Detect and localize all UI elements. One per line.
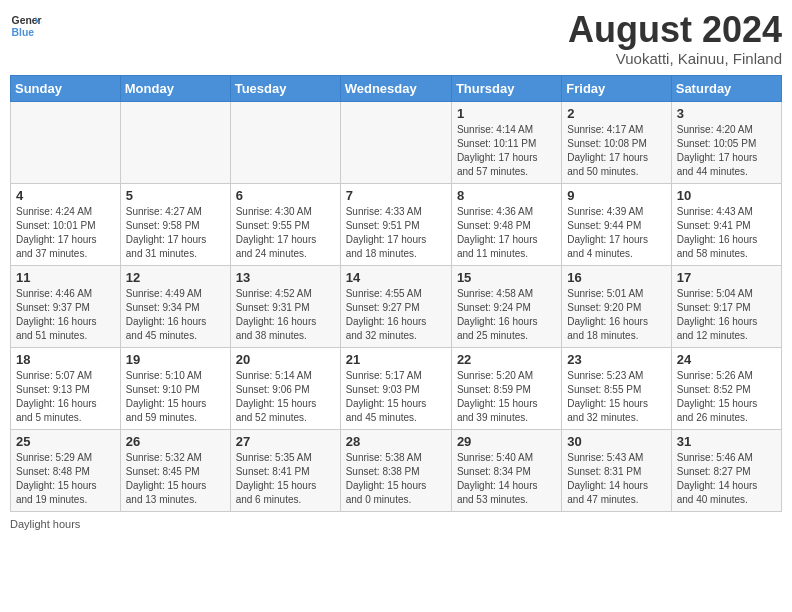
day-info: Sunrise: 5:26 AMSunset: 8:52 PMDaylight:… <box>677 369 776 425</box>
table-row: 21Sunrise: 5:17 AMSunset: 9:03 PMDayligh… <box>340 347 451 429</box>
day-number: 14 <box>346 270 446 285</box>
week-row-5: 25Sunrise: 5:29 AMSunset: 8:48 PMDayligh… <box>11 429 782 511</box>
table-row <box>11 101 121 183</box>
day-info: Sunrise: 4:36 AMSunset: 9:48 PMDaylight:… <box>457 205 556 261</box>
day-number: 29 <box>457 434 556 449</box>
day-number: 17 <box>677 270 776 285</box>
table-row: 27Sunrise: 5:35 AMSunset: 8:41 PMDayligh… <box>230 429 340 511</box>
calendar-table: Sunday Monday Tuesday Wednesday Thursday… <box>10 75 782 512</box>
day-info: Sunrise: 5:17 AMSunset: 9:03 PMDaylight:… <box>346 369 446 425</box>
day-info: Sunrise: 4:14 AMSunset: 10:11 PMDaylight… <box>457 123 556 179</box>
day-number: 18 <box>16 352 115 367</box>
day-number: 8 <box>457 188 556 203</box>
day-info: Sunrise: 5:10 AMSunset: 9:10 PMDaylight:… <box>126 369 225 425</box>
table-row: 12Sunrise: 4:49 AMSunset: 9:34 PMDayligh… <box>120 265 230 347</box>
table-row: 10Sunrise: 4:43 AMSunset: 9:41 PMDayligh… <box>671 183 781 265</box>
day-info: Sunrise: 4:20 AMSunset: 10:05 PMDaylight… <box>677 123 776 179</box>
table-row: 9Sunrise: 4:39 AMSunset: 9:44 PMDaylight… <box>562 183 671 265</box>
table-row: 18Sunrise: 5:07 AMSunset: 9:13 PMDayligh… <box>11 347 121 429</box>
header-saturday: Saturday <box>671 75 781 101</box>
day-info: Sunrise: 4:17 AMSunset: 10:08 PMDaylight… <box>567 123 665 179</box>
table-row: 7Sunrise: 4:33 AMSunset: 9:51 PMDaylight… <box>340 183 451 265</box>
table-row: 3Sunrise: 4:20 AMSunset: 10:05 PMDayligh… <box>671 101 781 183</box>
day-number: 9 <box>567 188 665 203</box>
day-info: Sunrise: 5:20 AMSunset: 8:59 PMDaylight:… <box>457 369 556 425</box>
day-number: 25 <box>16 434 115 449</box>
day-number: 15 <box>457 270 556 285</box>
day-info: Sunrise: 5:07 AMSunset: 9:13 PMDaylight:… <box>16 369 115 425</box>
header-thursday: Thursday <box>451 75 561 101</box>
day-info: Sunrise: 5:23 AMSunset: 8:55 PMDaylight:… <box>567 369 665 425</box>
header-tuesday: Tuesday <box>230 75 340 101</box>
day-number: 30 <box>567 434 665 449</box>
table-row: 23Sunrise: 5:23 AMSunset: 8:55 PMDayligh… <box>562 347 671 429</box>
table-row: 6Sunrise: 4:30 AMSunset: 9:55 PMDaylight… <box>230 183 340 265</box>
table-row: 31Sunrise: 5:46 AMSunset: 8:27 PMDayligh… <box>671 429 781 511</box>
table-row: 26Sunrise: 5:32 AMSunset: 8:45 PMDayligh… <box>120 429 230 511</box>
table-row: 4Sunrise: 4:24 AMSunset: 10:01 PMDayligh… <box>11 183 121 265</box>
days-header-row: Sunday Monday Tuesday Wednesday Thursday… <box>11 75 782 101</box>
table-row: 29Sunrise: 5:40 AMSunset: 8:34 PMDayligh… <box>451 429 561 511</box>
day-number: 23 <box>567 352 665 367</box>
day-number: 11 <box>16 270 115 285</box>
day-number: 4 <box>16 188 115 203</box>
table-row <box>230 101 340 183</box>
day-info: Sunrise: 4:33 AMSunset: 9:51 PMDaylight:… <box>346 205 446 261</box>
day-info: Sunrise: 5:32 AMSunset: 8:45 PMDaylight:… <box>126 451 225 507</box>
page-header: General Blue August 2024 Vuokatti, Kainu… <box>10 10 782 67</box>
table-row: 20Sunrise: 5:14 AMSunset: 9:06 PMDayligh… <box>230 347 340 429</box>
day-number: 20 <box>236 352 335 367</box>
header-friday: Friday <box>562 75 671 101</box>
week-row-3: 11Sunrise: 4:46 AMSunset: 9:37 PMDayligh… <box>11 265 782 347</box>
day-number: 27 <box>236 434 335 449</box>
day-info: Sunrise: 5:38 AMSunset: 8:38 PMDaylight:… <box>346 451 446 507</box>
table-row: 2Sunrise: 4:17 AMSunset: 10:08 PMDayligh… <box>562 101 671 183</box>
day-info: Sunrise: 4:49 AMSunset: 9:34 PMDaylight:… <box>126 287 225 343</box>
day-number: 3 <box>677 106 776 121</box>
table-row: 8Sunrise: 4:36 AMSunset: 9:48 PMDaylight… <box>451 183 561 265</box>
logo: General Blue <box>10 10 42 42</box>
location-subtitle: Vuokatti, Kainuu, Finland <box>568 50 782 67</box>
table-row: 1Sunrise: 4:14 AMSunset: 10:11 PMDayligh… <box>451 101 561 183</box>
table-row: 16Sunrise: 5:01 AMSunset: 9:20 PMDayligh… <box>562 265 671 347</box>
title-block: August 2024 Vuokatti, Kainuu, Finland <box>568 10 782 67</box>
day-info: Sunrise: 5:35 AMSunset: 8:41 PMDaylight:… <box>236 451 335 507</box>
day-info: Sunrise: 4:24 AMSunset: 10:01 PMDaylight… <box>16 205 115 261</box>
day-number: 19 <box>126 352 225 367</box>
day-number: 13 <box>236 270 335 285</box>
day-number: 26 <box>126 434 225 449</box>
day-number: 2 <box>567 106 665 121</box>
week-row-2: 4Sunrise: 4:24 AMSunset: 10:01 PMDayligh… <box>11 183 782 265</box>
table-row: 17Sunrise: 5:04 AMSunset: 9:17 PMDayligh… <box>671 265 781 347</box>
day-info: Sunrise: 4:46 AMSunset: 9:37 PMDaylight:… <box>16 287 115 343</box>
day-info: Sunrise: 4:58 AMSunset: 9:24 PMDaylight:… <box>457 287 556 343</box>
day-info: Sunrise: 4:52 AMSunset: 9:31 PMDaylight:… <box>236 287 335 343</box>
day-number: 24 <box>677 352 776 367</box>
table-row: 11Sunrise: 4:46 AMSunset: 9:37 PMDayligh… <box>11 265 121 347</box>
logo-icon: General Blue <box>10 10 42 42</box>
day-number: 22 <box>457 352 556 367</box>
day-number: 31 <box>677 434 776 449</box>
table-row <box>340 101 451 183</box>
table-row <box>120 101 230 183</box>
day-info: Sunrise: 5:43 AMSunset: 8:31 PMDaylight:… <box>567 451 665 507</box>
day-info: Sunrise: 4:39 AMSunset: 9:44 PMDaylight:… <box>567 205 665 261</box>
month-year-title: August 2024 <box>568 10 782 50</box>
table-row: 30Sunrise: 5:43 AMSunset: 8:31 PMDayligh… <box>562 429 671 511</box>
table-row: 19Sunrise: 5:10 AMSunset: 9:10 PMDayligh… <box>120 347 230 429</box>
day-info: Sunrise: 5:04 AMSunset: 9:17 PMDaylight:… <box>677 287 776 343</box>
day-number: 1 <box>457 106 556 121</box>
day-info: Sunrise: 5:01 AMSunset: 9:20 PMDaylight:… <box>567 287 665 343</box>
day-info: Sunrise: 5:14 AMSunset: 9:06 PMDaylight:… <box>236 369 335 425</box>
table-row: 22Sunrise: 5:20 AMSunset: 8:59 PMDayligh… <box>451 347 561 429</box>
day-info: Sunrise: 5:40 AMSunset: 8:34 PMDaylight:… <box>457 451 556 507</box>
footer: Daylight hours <box>10 518 782 530</box>
table-row: 25Sunrise: 5:29 AMSunset: 8:48 PMDayligh… <box>11 429 121 511</box>
day-number: 5 <box>126 188 225 203</box>
table-row: 15Sunrise: 4:58 AMSunset: 9:24 PMDayligh… <box>451 265 561 347</box>
day-info: Sunrise: 4:43 AMSunset: 9:41 PMDaylight:… <box>677 205 776 261</box>
header-sunday: Sunday <box>11 75 121 101</box>
table-row: 28Sunrise: 5:38 AMSunset: 8:38 PMDayligh… <box>340 429 451 511</box>
week-row-1: 1Sunrise: 4:14 AMSunset: 10:11 PMDayligh… <box>11 101 782 183</box>
day-info: Sunrise: 5:29 AMSunset: 8:48 PMDaylight:… <box>16 451 115 507</box>
